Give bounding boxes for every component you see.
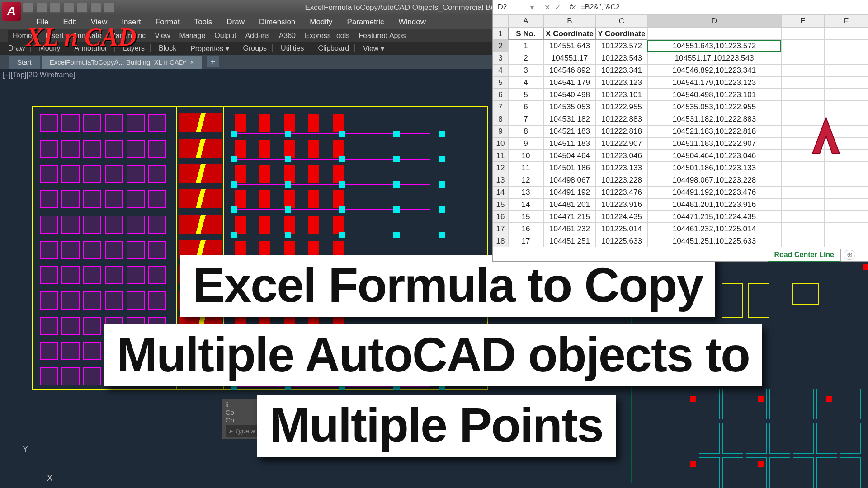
row-header[interactable]: 17 — [493, 223, 508, 235]
grip-handle[interactable] — [690, 461, 696, 467]
cell[interactable]: Y Coordinate — [596, 28, 647, 40]
cell[interactable]: 10 — [508, 150, 543, 162]
cell[interactable]: 7 — [508, 113, 543, 125]
cell[interactable]: 101225.014 — [596, 223, 647, 235]
row-header[interactable]: 4 — [493, 64, 508, 76]
cell[interactable]: 101223.543 — [596, 52, 647, 64]
grip-handle[interactable] — [690, 396, 696, 402]
cell[interactable]: 101224.435 — [596, 211, 647, 223]
cell[interactable]: 104451.251 — [543, 235, 596, 247]
cell[interactable]: 101222.907 — [596, 137, 647, 150]
add-sheet-button[interactable]: ⊕ — [844, 250, 855, 260]
row-header[interactable]: 8 — [493, 113, 508, 125]
cell[interactable]: 104511.183,101222.907 — [647, 137, 781, 150]
tab-featured[interactable]: Featured Apps — [359, 32, 406, 40]
cell[interactable] — [825, 40, 868, 52]
qat-undo-icon[interactable] — [90, 3, 101, 13]
select-all-corner[interactable] — [493, 15, 508, 28]
panel-utilities[interactable]: Utilities — [281, 44, 310, 52]
tab-manage[interactable]: Manage — [179, 32, 206, 40]
cell[interactable]: 104504.464,101223.046 — [647, 150, 781, 162]
cell[interactable]: 101223.046 — [596, 150, 647, 162]
menu-format[interactable]: Format — [156, 18, 180, 27]
cell[interactable] — [781, 186, 825, 198]
cell[interactable] — [647, 28, 781, 40]
accept-icon[interactable]: ✓ — [555, 3, 561, 12]
row-header[interactable]: 13 — [493, 174, 508, 186]
col-header-e[interactable]: E — [781, 15, 825, 28]
cell[interactable]: 104521.183,101222.818 — [647, 125, 781, 137]
cell[interactable] — [781, 198, 825, 211]
cell[interactable] — [781, 40, 825, 52]
cell[interactable] — [781, 52, 825, 64]
cell[interactable] — [781, 64, 825, 76]
grip-handle[interactable] — [758, 396, 764, 402]
cell[interactable] — [781, 162, 825, 174]
cell[interactable] — [825, 186, 868, 198]
cell[interactable]: 4 — [508, 76, 543, 89]
row-header[interactable]: 15 — [493, 198, 508, 211]
cell[interactable]: 14 — [508, 198, 543, 211]
qat-open-icon[interactable] — [36, 3, 47, 13]
cell[interactable]: 104471.215,101224.435 — [647, 211, 781, 223]
close-icon[interactable]: × — [190, 58, 194, 66]
qat-saveas-icon[interactable] — [63, 3, 74, 13]
row-header[interactable]: 14 — [493, 186, 508, 198]
cell[interactable]: 104511.183 — [543, 137, 596, 150]
cell[interactable]: 104540.498,101223.101 — [647, 89, 781, 101]
cell[interactable]: 104461.232,101225.014 — [647, 223, 781, 235]
grip-handle[interactable] — [863, 264, 868, 270]
panel-clipboard[interactable]: Clipboard — [318, 44, 355, 52]
cell[interactable]: 104498.067,101223.228 — [647, 174, 781, 186]
row-header[interactable]: 3 — [493, 52, 508, 64]
cell[interactable] — [781, 211, 825, 223]
row-header[interactable]: 10 — [493, 137, 508, 150]
menu-draw[interactable]: Draw — [226, 18, 245, 27]
cell[interactable] — [825, 198, 868, 211]
filetab-start[interactable]: Start — [9, 56, 40, 69]
cell[interactable]: 104551.17,101223.543 — [647, 52, 781, 64]
col-header-d[interactable]: D — [647, 15, 781, 28]
cell[interactable]: 104540.498 — [543, 89, 596, 101]
menu-tools[interactable]: Tools — [194, 18, 212, 27]
cell[interactable]: 104481.201 — [543, 198, 596, 211]
cell[interactable]: 104541.179 — [543, 76, 596, 89]
cell[interactable]: 104551.643 — [543, 40, 596, 52]
cell[interactable]: 104501.186,101223.133 — [647, 162, 781, 174]
col-header-c[interactable]: C — [596, 15, 647, 28]
cell[interactable]: 104535.053 — [543, 101, 596, 113]
cell[interactable]: 104471.215 — [543, 211, 596, 223]
menu-parametric[interactable]: Parametric — [347, 18, 384, 27]
cell[interactable]: 101223.476 — [596, 186, 647, 198]
tab-view[interactable]: View — [155, 32, 170, 40]
cell[interactable]: 104535.053,101222.955 — [647, 101, 781, 113]
cell[interactable]: 104546.892,101223.341 — [647, 64, 781, 76]
cell[interactable]: 6 — [508, 101, 543, 113]
tab-addins[interactable]: Add-ins — [245, 32, 269, 40]
cell[interactable]: 101223.572 — [596, 40, 647, 52]
cell[interactable]: 104531.182 — [543, 113, 596, 125]
cell[interactable]: 104501.186 — [543, 162, 596, 174]
cell[interactable]: 5 — [508, 89, 543, 101]
cell[interactable]: 104551.17 — [543, 52, 596, 64]
tab-a360[interactable]: A360 — [279, 32, 296, 40]
cell[interactable] — [825, 235, 868, 247]
cell[interactable]: 104504.464 — [543, 150, 596, 162]
cell[interactable]: 8 — [508, 125, 543, 137]
row-header[interactable]: 6 — [493, 89, 508, 101]
cell[interactable]: 104541.179,101223.123 — [647, 76, 781, 89]
cell[interactable]: 104546.892 — [543, 64, 596, 76]
cell[interactable] — [825, 101, 868, 113]
row-header[interactable]: 12 — [493, 162, 508, 174]
menu-dimension[interactable]: Dimension — [259, 18, 295, 27]
cell[interactable]: 101223.228 — [596, 174, 647, 186]
cell[interactable] — [781, 89, 825, 101]
cell[interactable]: 1 — [508, 40, 543, 52]
grip-handle[interactable] — [758, 461, 764, 467]
menu-window[interactable]: Window — [399, 18, 426, 27]
cell[interactable] — [825, 174, 868, 186]
fx-label[interactable]: fx — [567, 3, 578, 11]
filetab-add-button[interactable]: + — [207, 56, 219, 67]
col-header-a[interactable]: A — [508, 15, 543, 28]
grip-handle[interactable] — [826, 396, 832, 402]
